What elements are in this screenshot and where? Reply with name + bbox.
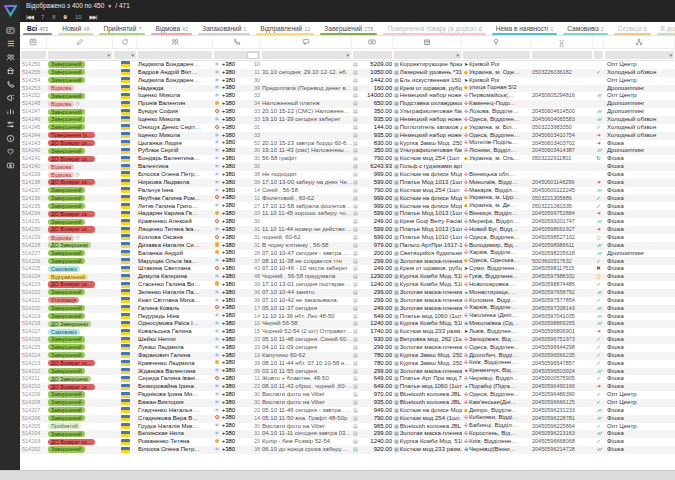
table-row[interactable]: 514225СамовивізШтакина Светлана +3804307…	[20, 265, 675, 273]
sidebar-clients-icon[interactable]	[4, 51, 16, 63]
status-badge[interactable]: ДО Возврат ск…	[47, 155, 113, 163]
filter-cell-4[interactable]	[214, 51, 260, 59]
status-pill[interactable]: Відмова	[48, 172, 74, 178]
status-pill[interactable]: Завершений	[48, 415, 85, 421]
status-pill[interactable]: ДО Возврат ск…	[48, 384, 95, 390]
status-pill[interactable]: Утилізація	[48, 297, 79, 303]
table-row[interactable]: 514216ЗавершенийШейко Нелли✳ +3803305.10…	[20, 336, 675, 344]
status-pill[interactable]: Завершений	[48, 195, 85, 201]
app-logo-icon[interactable]	[4, 3, 17, 16]
table-row[interactable]: 514220ЗавершенийГалина Коваль +3801705.1…	[20, 305, 675, 313]
tab-5[interactable]: Відправлений12	[253, 22, 317, 35]
status-badge[interactable]: ДО Возврат ск…	[47, 360, 113, 368]
phone-column-icon[interactable]	[213, 36, 261, 48]
table-row[interactable]: 514227ЗавершенийБаланюк Андрій +3802807.…	[20, 250, 675, 258]
table-row[interactable]: 514205ПрийнятийГрудок Наталія Мик…✳ +380…	[20, 423, 675, 431]
client-column-icon[interactable]	[137, 36, 213, 48]
status-badge[interactable]: Завершений	[47, 124, 113, 132]
tab-0[interactable]: Всі471	[20, 22, 55, 35]
table-row[interactable]: 514210ДО Возврат ск…Безкоровайна Ірина✳ …	[20, 383, 675, 391]
status-pill[interactable]: Відправлений	[48, 274, 88, 280]
status-badge[interactable]: Завершений	[47, 187, 113, 195]
table-row[interactable]: 514244Повернення (з…Іщенко Микола✳ +3803…	[20, 132, 675, 140]
sidebar-partners-icon[interactable]	[4, 146, 16, 158]
status-pill[interactable]: ДО Возврат ск…	[48, 211, 95, 217]
status-badge[interactable]: Завершений	[47, 92, 113, 100]
status-pill[interactable]: Завершений	[48, 313, 85, 319]
table-row[interactable]: 514217СамовивізКовальська Галина✳ +38015…	[20, 328, 675, 336]
table-row[interactable]: 514208ЗавершенийБажан Виктория✳ +38030Ви…	[20, 399, 675, 407]
table-row[interactable]: 514255ЗавершенийБадров Андрій Вікт…✳ +38…	[20, 69, 675, 77]
status-pill[interactable]: Завершений	[48, 77, 85, 83]
status-pill[interactable]: ДО Возврат ск…	[48, 226, 95, 232]
status-pill[interactable]: ДО Возврат ск…	[48, 140, 95, 146]
table-row[interactable]: 514248Відмова◷Пронів Валентин +38034Нало…	[20, 100, 675, 108]
status-pill[interactable]: Відмова	[48, 164, 74, 170]
status-badge[interactable]: Завершений	[47, 147, 113, 155]
table-row[interactable]: 514214ЗавершенийФаранович Галина✳ +38019…	[20, 352, 675, 360]
status-pill[interactable]: Завершений	[48, 203, 85, 209]
tab-11[interactable]: В дорозі додому0	[654, 22, 675, 35]
table-row[interactable]: 514218ДО ЗавершеноОдносумова Раїса І…✳ +…	[20, 320, 675, 328]
status-badge[interactable]: Завершений	[47, 430, 113, 438]
tab-10[interactable]: Сервіси0	[611, 22, 654, 35]
status-pill[interactable]: Завершений	[48, 305, 85, 311]
tab-1[interactable]: Новий48	[55, 22, 96, 35]
tab-4[interactable]: Запакований1	[195, 22, 253, 35]
filter-caret-icon[interactable]: ▼	[131, 53, 135, 58]
status-pill[interactable]: Завершений	[48, 431, 85, 437]
status-badge[interactable]: Завершений	[47, 391, 113, 399]
status-pill[interactable]: ДО Возврат ск…	[48, 439, 95, 445]
page-number-10[interactable]: 10	[75, 14, 82, 20]
status-badge[interactable]: Відправлений	[47, 273, 113, 281]
status-badge[interactable]: Прийнятий	[47, 423, 113, 431]
filter-cell-10[interactable]	[594, 51, 603, 59]
table-row[interactable]: 514219ЗавершенийПедуредь Ніна✳ +3801411.…	[20, 313, 675, 321]
table-row[interactable]: 514229Відмова◷Козлова Оксана +38031чорни…	[20, 234, 675, 242]
page-size-caret-icon[interactable]: ▼	[107, 3, 112, 9]
table-row[interactable]: 514253ВідмоваНадежда✳ +38039Предоплата (…	[20, 85, 675, 93]
status-badge[interactable]: ДО Завершено	[47, 375, 113, 383]
table-row[interactable]: 514223ДО Возврат ск…Стасенко Галина Ви… …	[20, 281, 675, 289]
table-row[interactable]: 514226ЗавершенийМарущак Ольга Іва…✳ +380…	[20, 257, 675, 265]
filter-cell-3[interactable]	[138, 51, 212, 59]
table-row[interactable]: 514239Відмова◷Білоска Олена Петр…✳ +3803…	[20, 171, 675, 179]
status-pill[interactable]: Завершений	[48, 187, 85, 193]
status-badge[interactable]: Завершений	[47, 108, 113, 116]
orders-column-icon[interactable]	[20, 36, 47, 48]
status-badge[interactable]: ДО Возврат ск…	[47, 438, 113, 446]
status-badge[interactable]: Завершений	[47, 399, 113, 407]
sidebar-orders-icon[interactable]	[4, 38, 16, 50]
filter-cell-0[interactable]	[21, 51, 46, 59]
filter-cell-5[interactable]: ▼	[262, 51, 351, 59]
status-pill[interactable]: Завершений	[48, 148, 85, 154]
status-pill[interactable]: Завершений	[48, 258, 85, 264]
status-badge[interactable]: Завершений	[47, 250, 113, 258]
status-badge[interactable]: Завершений	[47, 407, 113, 415]
tab-8[interactable]: Нема в наявності1	[489, 22, 561, 35]
status-badge[interactable]: Самовивіз	[47, 265, 113, 273]
status-badge[interactable]: Завершений	[47, 218, 113, 226]
source-column-icon[interactable]	[604, 36, 675, 48]
table-row[interactable]: 514236ЗавершенийЯкубчак Галина Ром… +380…	[20, 195, 675, 203]
table-row[interactable]: 514234ДО Возврат ск…Надарян Карина Гв… +…	[20, 210, 675, 218]
filter-caret-icon[interactable]: ▼	[107, 53, 111, 58]
table-row[interactable]: 514213ДО Возврат ск…Кравченко Людмила +3…	[20, 360, 675, 368]
table-row[interactable]: 514243ДО Возврат ск…Цыганюк Лидия✳ +3805…	[20, 140, 675, 148]
status-pill[interactable]: Повернення (з…	[48, 132, 95, 138]
table-row[interactable]: 514206ЗавершенийСтадникова Вера В… +3801…	[20, 415, 675, 423]
status-pill[interactable]: Завершений	[48, 352, 85, 358]
status-badge[interactable]: ДО Возврат ск…	[47, 179, 113, 187]
table-row[interactable]: 514230ДО Возврат ск…Лященко Тетяна Іва…✳…	[20, 226, 675, 234]
sidebar-video-icon[interactable]	[4, 159, 16, 171]
table-row[interactable]: 514256ЗавершенийЛюдмила Бондарен…✳ +3801…	[20, 61, 675, 69]
ttn-column-icon[interactable]: }{	[531, 36, 593, 48]
filter-cell-8[interactable]	[463, 51, 530, 59]
status-badge[interactable]: Завершений	[47, 305, 113, 313]
status-pill[interactable]: Завершений	[48, 250, 85, 256]
status-badge[interactable]: Завершений	[47, 61, 113, 69]
table-row[interactable]: 514241ДО Возврат ск…Бондарь Валентина…✳ …	[20, 155, 675, 163]
state-column-icon[interactable]	[113, 36, 137, 48]
sidebar-warehouse-icon[interactable]	[4, 65, 16, 77]
tab-7[interactable]: Повернення товару (в дорозі)0	[380, 22, 488, 35]
